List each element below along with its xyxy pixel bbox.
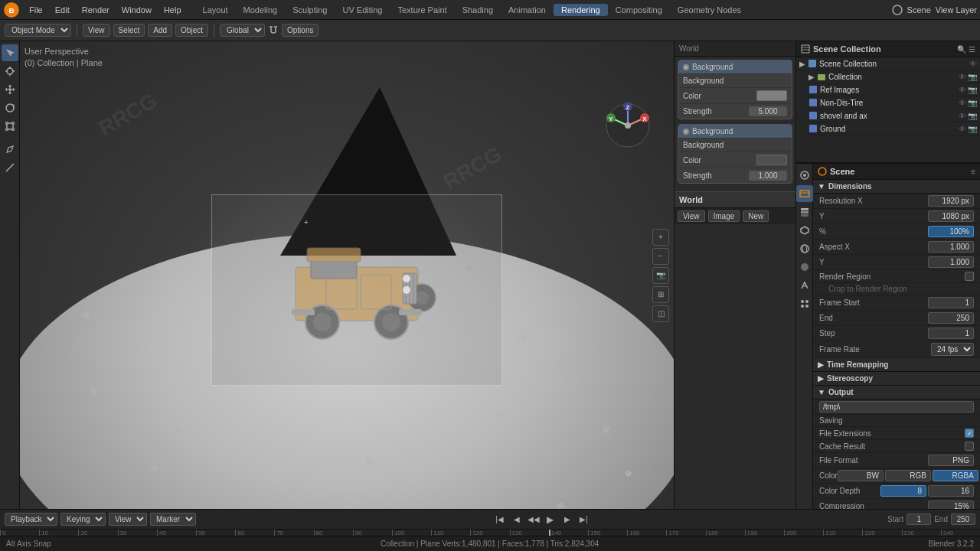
res-x-value[interactable]: 1920 px <box>928 195 974 207</box>
node-2-color-field[interactable]: Color <box>678 152 792 168</box>
tab-animation[interactable]: Animation <box>501 4 554 16</box>
ref-visibility-icon[interactable]: 👁 <box>959 86 966 94</box>
prev-frame-btn[interactable]: ◀ <box>510 513 524 527</box>
timeline-playhead[interactable] <box>549 530 550 536</box>
node-2-color-swatch[interactable] <box>756 155 787 165</box>
ref-render-icon[interactable]: 📷 <box>968 86 977 94</box>
zoom-out-btn[interactable]: − <box>652 248 669 265</box>
prop-options-icon[interactable]: ≡ <box>971 168 975 176</box>
tab-uv-editing[interactable]: UV Editing <box>335 4 390 16</box>
visibility-icon[interactable]: 👁 <box>969 60 977 68</box>
menu-help[interactable]: Help <box>158 4 188 16</box>
transform-selector[interactable]: Global <box>220 24 265 37</box>
ground-render-icon[interactable]: 📷 <box>968 125 977 133</box>
node-1-color-swatch[interactable] <box>756 90 787 101</box>
node-1-color-field[interactable]: Color <box>678 87 792 103</box>
jump-start-btn[interactable]: |◀ <box>493 513 507 527</box>
dimensions-section-header[interactable]: ▼ Dimensions <box>813 180 980 194</box>
res-y-value[interactable]: 1080 px <box>928 210 974 222</box>
outliner-ground-item[interactable]: Ground 👁 📷 <box>805 122 980 135</box>
view-layer-tab[interactable] <box>796 204 813 220</box>
depth-8-btn[interactable]: 8 <box>880 485 926 497</box>
timeline-view-selector[interactable]: View <box>109 513 147 526</box>
file-ext-checkbox[interactable]: ✓ <box>965 429 974 438</box>
tab-modeling[interactable]: Modeling <box>236 4 286 16</box>
output-section-header[interactable]: ▼ Output <box>813 386 980 399</box>
axis-widget-svg[interactable]: X Y Z <box>605 103 651 148</box>
frame-end-value[interactable]: 250 <box>928 312 974 324</box>
view-orient-btn[interactable]: ⊞ <box>652 286 669 303</box>
tab-layout[interactable]: Layout <box>195 4 236 16</box>
view-strip-image-btn[interactable]: Image <box>708 210 740 222</box>
view-strip-new-btn[interactable]: New <box>743 210 769 222</box>
select-btn[interactable]: Select <box>113 24 145 37</box>
playback-selector[interactable]: Playback <box>5 513 57 526</box>
time-remapping-header[interactable]: ▶ Time Remapping <box>813 358 980 372</box>
move-tool-btn[interactable] <box>2 81 18 98</box>
keying-selector[interactable]: Keying <box>60 513 106 526</box>
tab-sculpting[interactable]: Sculpting <box>285 4 335 16</box>
scale-tool-btn[interactable] <box>2 118 18 135</box>
outliner-filter-icon[interactable]: ☰ <box>969 45 975 54</box>
jump-end-btn[interactable]: ▶| <box>577 513 591 527</box>
output-props-tab[interactable] <box>796 185 813 202</box>
cache-result-checkbox[interactable] <box>965 442 974 451</box>
view-layer-label[interactable]: View Layer <box>936 5 977 15</box>
node-1-strength-value[interactable]: 5.000 <box>749 106 787 116</box>
node-block-1-header[interactable]: Background <box>678 60 792 73</box>
frame-start-value[interactable]: 1 <box>928 297 974 308</box>
outliner-shovel-item[interactable]: shovel and ax 👁 📷 <box>805 109 980 122</box>
annotate-tool-btn[interactable] <box>2 141 18 158</box>
start-frame-input[interactable] <box>906 514 931 525</box>
zoom-in-btn[interactable]: + <box>652 229 669 246</box>
outliner-collection-item[interactable]: ▶ Collection 👁 📷 <box>805 70 980 83</box>
view-btn[interactable]: View <box>83 24 110 37</box>
view-strip-view-btn[interactable]: View <box>678 210 705 222</box>
outliner-scene-collection[interactable]: ▶ Scene Collection 👁 <box>796 57 980 70</box>
frame-step-value[interactable]: 1 <box>928 328 974 339</box>
menu-file[interactable]: File <box>23 4 49 16</box>
tab-texture-paint[interactable]: Texture Paint <box>390 4 454 16</box>
mode-selector[interactable]: Object Mode <box>5 24 71 37</box>
next-frame-btn[interactable]: ▶ <box>560 513 574 527</box>
scene-tab[interactable] <box>796 222 813 239</box>
object-tab[interactable] <box>796 259 813 276</box>
aspect-x-value[interactable]: 1.000 <box>928 241 974 253</box>
outliner-ref-images-item[interactable]: Ref Images 👁 📷 <box>805 83 980 96</box>
end-frame-input[interactable] <box>951 514 975 525</box>
color-rgba-btn[interactable]: RGBA <box>933 470 978 481</box>
render-props-tab[interactable] <box>796 167 813 184</box>
output-path-value[interactable]: /tmp\ <box>819 401 974 412</box>
tab-rendering[interactable]: Rendering <box>554 4 608 16</box>
tab-geometry-nodes[interactable]: Geometry Nodes <box>670 4 749 16</box>
perspective-btn[interactable]: ◫ <box>652 305 669 322</box>
tab-compositing[interactable]: Compositing <box>608 4 670 16</box>
options-btn[interactable]: Options <box>282 24 318 37</box>
object-btn[interactable]: Object <box>175 24 208 37</box>
menu-window[interactable]: Window <box>116 4 158 16</box>
viewport[interactable]: RRCG 人人素材 RRCG.CN 人人素材 RRCG ✚ ✚ ✚ ✚ ✚ ✚ … <box>20 41 674 509</box>
particles-tab[interactable] <box>796 295 813 312</box>
shovel-visibility-icon[interactable]: 👁 <box>959 112 966 120</box>
camera-btn[interactable]: 📷 <box>652 267 669 284</box>
compression-value[interactable]: 15% <box>928 500 974 509</box>
stereoscopy-header[interactable]: ▶ Stereoscopy <box>813 372 980 386</box>
play-btn[interactable]: ▶ <box>544 513 557 527</box>
outliner-search-icon[interactable]: 🔍 <box>957 45 966 54</box>
timeline-ruler[interactable]: 0102030405060708090100110120130140150160… <box>0 530 980 536</box>
node-2-strength-value[interactable]: 1.000 <box>749 171 787 181</box>
cursor-tool-btn[interactable] <box>2 63 18 80</box>
add-btn[interactable]: Add <box>148 24 172 37</box>
marker-selector[interactable]: Marker <box>150 513 196 526</box>
file-format-value[interactable]: PNG <box>928 455 974 466</box>
scene-label[interactable]: Scene <box>907 5 931 15</box>
ground-visibility-icon[interactable]: 👁 <box>959 125 966 133</box>
axis-widget-container[interactable]: X Y Z <box>605 103 651 150</box>
frame-rate-selector[interactable]: 24 fps <box>931 343 974 356</box>
shovel-render-icon[interactable]: 📷 <box>968 112 977 120</box>
color-rgb-btn[interactable]: RGB <box>885 470 931 481</box>
modifier-tab[interactable] <box>796 277 813 294</box>
depth-16-btn[interactable]: 16 <box>928 485 974 497</box>
aspect-y-value[interactable]: 1.000 <box>928 256 974 268</box>
menu-render[interactable]: Render <box>76 4 116 16</box>
